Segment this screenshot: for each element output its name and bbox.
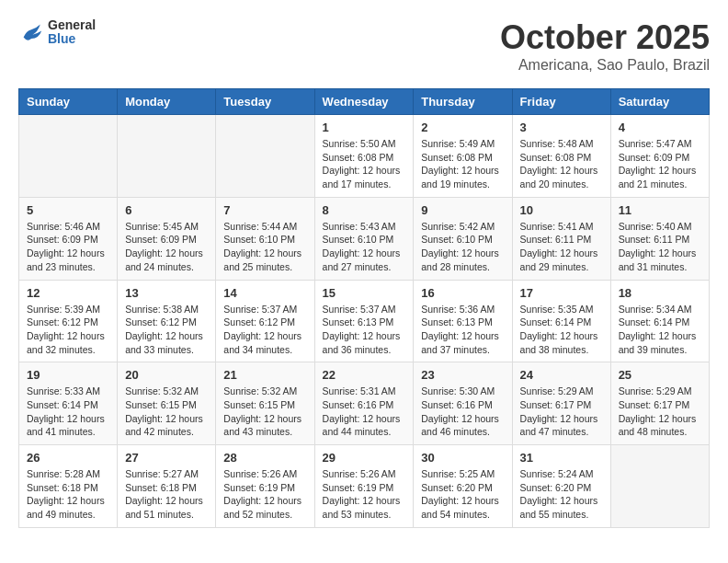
day-number: 27: [125, 451, 208, 465]
calendar-cell: 24Sunrise: 5:29 AM Sunset: 6:17 PM Dayli…: [512, 362, 610, 445]
day-info: Sunrise: 5:33 AM Sunset: 6:14 PM Dayligh…: [27, 385, 109, 439]
day-number: 14: [223, 286, 306, 300]
calendar-cell: 13Sunrise: 5:38 AM Sunset: 6:12 PM Dayli…: [118, 280, 216, 362]
day-number: 5: [27, 203, 109, 217]
calendar-table: SundayMondayTuesdayWednesdayThursdayFrid…: [18, 88, 710, 528]
day-info: Sunrise: 5:31 AM Sunset: 6:16 PM Dayligh…: [323, 385, 406, 439]
day-info: Sunrise: 5:28 AM Sunset: 6:18 PM Dayligh…: [27, 467, 109, 522]
day-number: 20: [125, 368, 208, 382]
day-info: Sunrise: 5:46 AM Sunset: 6:09 PM Dayligh…: [27, 220, 109, 274]
day-info: Sunrise: 5:39 AM Sunset: 6:12 PM Dayligh…: [27, 303, 109, 357]
calendar-cell: 4Sunrise: 5:47 AM Sunset: 6:09 PM Daylig…: [610, 115, 709, 198]
calendar-cell: 6Sunrise: 5:45 AM Sunset: 6:09 PM Daylig…: [118, 197, 216, 280]
day-info: Sunrise: 5:37 AM Sunset: 6:12 PM Dayligh…: [223, 303, 306, 357]
day-number: 29: [323, 451, 406, 465]
day-info: Sunrise: 5:32 AM Sunset: 6:15 PM Dayligh…: [223, 385, 306, 439]
calendar-title: October 2025: [500, 18, 710, 57]
calendar-cell: 25Sunrise: 5:29 AM Sunset: 6:17 PM Dayli…: [610, 362, 709, 445]
logo-icon: [18, 19, 44, 45]
calendar-cell: 27Sunrise: 5:27 AM Sunset: 6:18 PM Dayli…: [118, 445, 216, 528]
day-number: 13: [125, 286, 208, 300]
day-info: Sunrise: 5:43 AM Sunset: 6:10 PM Dayligh…: [323, 220, 406, 274]
page-header: General Blue October 2025 Americana, Sao…: [18, 18, 710, 74]
calendar-header-sunday: Sunday: [19, 89, 118, 115]
day-number: 23: [421, 368, 504, 382]
day-info: Sunrise: 5:32 AM Sunset: 6:15 PM Dayligh…: [125, 385, 208, 439]
day-number: 1: [323, 121, 406, 134]
day-number: 16: [421, 286, 504, 300]
calendar-cell: 9Sunrise: 5:42 AM Sunset: 6:10 PM Daylig…: [414, 197, 512, 280]
calendar-cell: 11Sunrise: 5:40 AM Sunset: 6:11 PM Dayli…: [610, 197, 709, 280]
day-info: Sunrise: 5:24 AM Sunset: 6:20 PM Dayligh…: [520, 467, 603, 522]
day-number: 18: [619, 286, 701, 300]
calendar-cell: 14Sunrise: 5:37 AM Sunset: 6:12 PM Dayli…: [216, 280, 314, 362]
calendar-cell: [610, 445, 709, 528]
calendar-cell: 26Sunrise: 5:28 AM Sunset: 6:18 PM Dayli…: [19, 445, 118, 528]
day-info: Sunrise: 5:50 AM Sunset: 6:08 PM Dayligh…: [323, 137, 406, 191]
calendar-cell: [216, 115, 314, 198]
calendar-cell: 8Sunrise: 5:43 AM Sunset: 6:10 PM Daylig…: [314, 197, 414, 280]
calendar-cell: 22Sunrise: 5:31 AM Sunset: 6:16 PM Dayli…: [314, 362, 414, 445]
day-number: 4: [619, 121, 701, 134]
logo-blue: Blue: [48, 32, 96, 46]
calendar-cell: [19, 115, 118, 198]
calendar-cell: 3Sunrise: 5:48 AM Sunset: 6:08 PM Daylig…: [512, 115, 610, 198]
logo-general: General: [48, 18, 96, 32]
calendar-header-thursday: Thursday: [414, 89, 512, 115]
day-info: Sunrise: 5:48 AM Sunset: 6:08 PM Dayligh…: [520, 137, 603, 191]
calendar-week-row: 12Sunrise: 5:39 AM Sunset: 6:12 PM Dayli…: [19, 280, 710, 362]
calendar-week-row: 5Sunrise: 5:46 AM Sunset: 6:09 PM Daylig…: [19, 197, 710, 280]
day-number: 12: [27, 286, 109, 300]
day-info: Sunrise: 5:25 AM Sunset: 6:20 PM Dayligh…: [421, 467, 504, 522]
calendar-cell: 18Sunrise: 5:34 AM Sunset: 6:14 PM Dayli…: [610, 280, 709, 362]
day-info: Sunrise: 5:40 AM Sunset: 6:11 PM Dayligh…: [619, 220, 701, 274]
day-number: 31: [520, 451, 603, 465]
day-number: 7: [223, 203, 306, 217]
calendar-subtitle: Americana, Sao Paulo, Brazil: [500, 57, 710, 74]
day-number: 22: [323, 368, 406, 382]
logo: General Blue: [18, 18, 96, 47]
day-info: Sunrise: 5:26 AM Sunset: 6:19 PM Dayligh…: [223, 467, 306, 522]
calendar-cell: 17Sunrise: 5:35 AM Sunset: 6:14 PM Dayli…: [512, 280, 610, 362]
day-info: Sunrise: 5:35 AM Sunset: 6:14 PM Dayligh…: [520, 303, 603, 357]
calendar-cell: 16Sunrise: 5:36 AM Sunset: 6:13 PM Dayli…: [414, 280, 512, 362]
day-number: 6: [125, 203, 208, 217]
calendar-header-row: SundayMondayTuesdayWednesdayThursdayFrid…: [19, 89, 710, 115]
title-section: October 2025 Americana, Sao Paulo, Brazi…: [500, 18, 710, 74]
day-number: 17: [520, 286, 603, 300]
calendar-cell: 29Sunrise: 5:26 AM Sunset: 6:19 PM Dayli…: [314, 445, 414, 528]
day-info: Sunrise: 5:47 AM Sunset: 6:09 PM Dayligh…: [619, 137, 701, 191]
day-info: Sunrise: 5:49 AM Sunset: 6:08 PM Dayligh…: [421, 137, 504, 191]
calendar-week-row: 19Sunrise: 5:33 AM Sunset: 6:14 PM Dayli…: [19, 362, 710, 445]
day-info: Sunrise: 5:41 AM Sunset: 6:11 PM Dayligh…: [520, 220, 603, 274]
day-info: Sunrise: 5:37 AM Sunset: 6:13 PM Dayligh…: [323, 303, 406, 357]
calendar-cell: [118, 115, 216, 198]
calendar-cell: 31Sunrise: 5:24 AM Sunset: 6:20 PM Dayli…: [512, 445, 610, 528]
calendar-header-tuesday: Tuesday: [216, 89, 314, 115]
day-number: 9: [421, 203, 504, 217]
calendar-cell: 12Sunrise: 5:39 AM Sunset: 6:12 PM Dayli…: [19, 280, 118, 362]
day-number: 8: [323, 203, 406, 217]
day-number: 15: [323, 286, 406, 300]
calendar-week-row: 26Sunrise: 5:28 AM Sunset: 6:18 PM Dayli…: [19, 445, 710, 528]
day-number: 11: [619, 203, 701, 217]
day-info: Sunrise: 5:26 AM Sunset: 6:19 PM Dayligh…: [323, 467, 406, 522]
calendar-cell: 19Sunrise: 5:33 AM Sunset: 6:14 PM Dayli…: [19, 362, 118, 445]
calendar-cell: 15Sunrise: 5:37 AM Sunset: 6:13 PM Dayli…: [314, 280, 414, 362]
day-number: 21: [223, 368, 306, 382]
day-number: 3: [520, 121, 603, 134]
day-info: Sunrise: 5:34 AM Sunset: 6:14 PM Dayligh…: [619, 303, 701, 357]
calendar-cell: 2Sunrise: 5:49 AM Sunset: 6:08 PM Daylig…: [414, 115, 512, 198]
calendar-cell: 20Sunrise: 5:32 AM Sunset: 6:15 PM Dayli…: [118, 362, 216, 445]
day-number: 19: [27, 368, 109, 382]
calendar-cell: 30Sunrise: 5:25 AM Sunset: 6:20 PM Dayli…: [414, 445, 512, 528]
calendar-cell: 21Sunrise: 5:32 AM Sunset: 6:15 PM Dayli…: [216, 362, 314, 445]
calendar-cell: 28Sunrise: 5:26 AM Sunset: 6:19 PM Dayli…: [216, 445, 314, 528]
calendar-header-wednesday: Wednesday: [314, 89, 414, 115]
day-info: Sunrise: 5:30 AM Sunset: 6:16 PM Dayligh…: [421, 385, 504, 439]
day-info: Sunrise: 5:45 AM Sunset: 6:09 PM Dayligh…: [125, 220, 208, 274]
day-number: 28: [223, 451, 306, 465]
day-info: Sunrise: 5:29 AM Sunset: 6:17 PM Dayligh…: [520, 385, 603, 439]
calendar-cell: 5Sunrise: 5:46 AM Sunset: 6:09 PM Daylig…: [19, 197, 118, 280]
day-number: 30: [421, 451, 504, 465]
